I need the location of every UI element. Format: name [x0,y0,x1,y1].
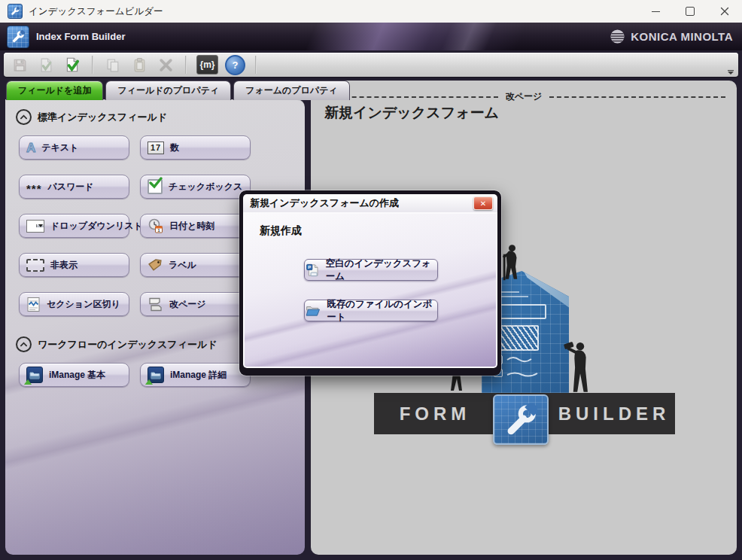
tab-form-properties[interactable]: フォームのプロパティ [233,81,350,100]
field-button-checkbox[interactable]: チェックボックス [140,175,251,199]
toolbar-overflow-button[interactable] [727,70,734,75]
section-title: 標準インデックスフィールド [38,111,167,124]
dashed-line [549,96,725,98]
page-break-icon [147,297,163,312]
paste-button[interactable] [129,55,149,75]
wrench-icon [11,30,25,44]
help-button[interactable]: ? [225,55,245,75]
save-floppy-icon [12,57,28,73]
dialog-button-label: 空白のインデックスフォーム [326,257,437,283]
document-check-icon [38,57,54,73]
toolbar: {m} ? [4,53,738,77]
dropdown-list-icon [26,220,44,233]
field-button-imanage-basic[interactable]: iManage 基本 [19,363,129,387]
page-break-separator: 改ページ [322,90,725,103]
field-button-label: iManage 基本 [49,369,105,382]
field-button-label: チェックボックス [169,181,242,193]
text-field-icon: A [26,142,35,154]
field-button-hidden[interactable]: 非表示 [19,253,129,277]
app-header: Index Form Builder KONICA MINOLTA [0,23,742,50]
check-form-button[interactable] [62,55,82,75]
field-button-label: テキスト [41,142,78,154]
worker-silhouette-top [497,244,525,282]
dialog-body: 新規作成 P 空白のインデックスフォーム 既存のファイルのインポート [243,212,497,368]
wrench-icon [504,403,537,437]
brand-name: KONICA MINOLTA [631,30,733,43]
field-button-label-field[interactable]: ラベル [140,253,251,277]
blank-form-button[interactable]: P 空白のインデックスフォーム [304,259,438,281]
maximize-button[interactable] [673,0,707,23]
window-controls [638,0,742,23]
field-button-label: 改ページ [169,298,206,311]
app-icon [8,4,23,19]
field-button-page-break[interactable]: 改ページ [140,292,251,316]
brand-logo: KONICA MINOLTA [610,23,733,50]
field-button-dropdown[interactable]: ドロップダウンリスト [19,214,129,238]
form-title[interactable]: 新規インデックスフォーム [324,103,499,123]
os-titlebar: インデックスフォームビルダー [0,0,742,23]
field-button-number[interactable]: 17 数 [140,135,251,160]
field-button-label: 日付と時刻 [169,220,214,233]
validate-button[interactable] [36,55,56,75]
tab-field-properties[interactable]: フィールドのプロパティ [105,81,231,100]
field-button-section-break[interactable]: セクション区切り [19,292,129,316]
clock-calendar-icon: 1 [147,218,163,234]
field-button-datetime[interactable]: 1 日付と時刻 [140,214,251,238]
field-button-text[interactable]: A テキスト [19,135,129,160]
page-break-label: 改ページ [506,90,543,103]
svg-text:1: 1 [157,228,160,233]
number-counter-icon: 17 [147,142,164,154]
hidden-dashed-box-icon [26,259,44,272]
globe-icon [610,29,625,44]
wrench-icon [11,7,20,16]
import-file-button[interactable]: 既存のファイルのインポート [304,300,438,321]
collapse-chevron-icon [16,109,32,125]
copy-icon [105,57,121,73]
toolbar-separator [255,56,257,74]
section-standard-fields[interactable]: 標準インデックスフィールド [16,109,305,125]
close-icon [720,7,729,16]
field-button-label: iManage 詳細 [170,369,227,382]
close-button[interactable] [707,0,742,23]
macro-button[interactable]: {m} [196,55,218,75]
field-button-label: 数 [170,142,179,154]
imanage-folder-icon [147,367,164,383]
delete-button[interactable] [156,55,175,75]
dialog-title: 新規インデックスフォームの作成 [250,196,473,210]
svg-text:P: P [308,265,311,269]
toolbar-separator [92,56,93,74]
field-button-label: ドロップダウンリスト [50,220,143,233]
field-button-label: パスワード [48,181,94,193]
dialog-button-label: 既存のファイルのインポート [327,298,437,324]
dialog-titlebar: 新規インデックスフォームの作成 ✕ [243,194,497,212]
minimize-button[interactable] [638,0,673,23]
index-form-builder-window: インデックスフォームビルダー Index Form Builder [0,0,742,560]
toolbar-separator [185,56,187,74]
collapse-chevron-icon [16,336,32,352]
copy-button[interactable] [103,55,123,75]
chevron-down-icon [728,72,734,75]
blank-form-document-icon: P [305,263,320,278]
open-folder-icon [305,303,321,318]
app-name: Index Form Builder [36,23,125,50]
banner-text-builder: BUILDER [553,403,675,425]
maximize-icon [686,7,695,16]
section-break-document-icon [26,297,41,312]
save-button[interactable] [10,55,29,75]
overflow-bar [728,70,734,71]
wrench-logo-tile [493,394,549,445]
field-button-password[interactable]: *** パスワード [19,175,129,199]
field-button-imanage-detail[interactable]: iManage 詳細 [140,363,251,387]
banner-text-form: FORM [374,403,496,425]
tab-add-fields[interactable]: フィールドを追加 [6,81,103,100]
tag-icon [147,258,163,272]
field-button-label: セクション区切り [47,298,120,311]
dialog-close-button[interactable]: ✕ [473,196,493,210]
password-asterisks-icon: *** [26,186,42,192]
worker-silhouette-legs [448,373,464,394]
minimize-icon [652,11,660,12]
imanage-folder-icon [26,367,43,383]
new-form-dialog: 新規インデックスフォームの作成 ✕ 新規作成 P 空白のインデックスフォーム [239,190,501,376]
dialog-heading: 新規作成 [260,224,302,238]
worker-silhouette-hammer [563,339,598,394]
